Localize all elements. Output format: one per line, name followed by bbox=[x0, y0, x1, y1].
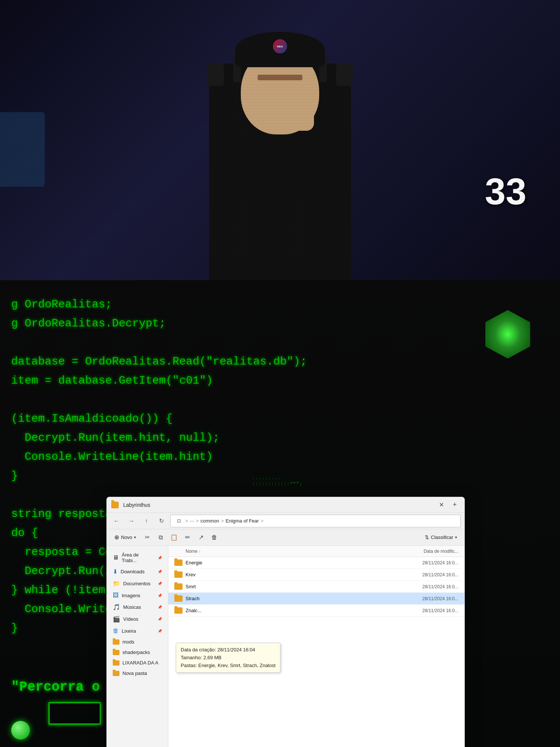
sort-icon: ⇅ bbox=[425, 534, 429, 540]
pin-icon: 📌 bbox=[158, 556, 162, 560]
sidebar-item-area-de-trabalho[interactable]: 🖥 Área de Trabi... 📌 bbox=[108, 550, 167, 565]
tooltip-size-val: 2,69 MB bbox=[203, 655, 221, 660]
code-section: g OrdoRealitas; g OrdoRealitas.Decrypt; … bbox=[0, 280, 560, 747]
tooltip-created: Data da criação: 28/11/2024 16:04 bbox=[181, 646, 276, 654]
file-tooltip: Data da criação: 28/11/2024 16:04 Tamanh… bbox=[176, 643, 280, 673]
plus-icon: ⊕ bbox=[114, 534, 119, 541]
person-silhouette: NBA bbox=[190, 11, 370, 280]
sidebar-item-downloads[interactable]: ⬇ Downloads 📌 bbox=[108, 566, 167, 577]
address-path[interactable]: ⊡ > ··· > common > Enigma of Fear > bbox=[170, 515, 461, 527]
close-button[interactable]: ✕ bbox=[436, 500, 447, 510]
sidebar-label: Downloads bbox=[121, 569, 144, 574]
sidebar-item-imagens[interactable]: 🖼 Imagens 📌 bbox=[108, 590, 167, 601]
file-name: Krev bbox=[186, 572, 396, 577]
tooltip-folders-val: Energie, Krev, Smrt, Strach, Znalost bbox=[198, 663, 276, 668]
sidebar-item-lixeira[interactable]: 🗑 Lixeira 📌 bbox=[108, 625, 167, 636]
refresh-button[interactable]: ↻ bbox=[155, 515, 167, 527]
share-button[interactable]: ↗ bbox=[195, 531, 207, 543]
path-common[interactable]: common bbox=[200, 518, 219, 524]
pin-icon: 📌 bbox=[158, 570, 162, 574]
new-label: Novo bbox=[121, 534, 132, 540]
sidebar-label: Área de Trabi... bbox=[122, 552, 155, 563]
desktop-icon: 🖥 bbox=[113, 554, 119, 561]
tooltip-folders-label: Pastas: bbox=[181, 663, 197, 668]
images-icon: 🖼 bbox=[113, 592, 119, 599]
cut-button[interactable]: ✂ bbox=[141, 531, 153, 543]
rename-button[interactable]: ✏ bbox=[181, 531, 193, 543]
up-button[interactable]: ↑ bbox=[140, 515, 152, 527]
view-button[interactable]: ⊡ bbox=[174, 517, 183, 526]
file-date: 28/11/2024 16:0... bbox=[399, 596, 458, 601]
sidebar-item-shaderpacks[interactable]: shaderpacks bbox=[108, 647, 167, 657]
sidebar-label: shaderpacks bbox=[122, 650, 150, 655]
column-name[interactable]: Nome ↑ bbox=[186, 549, 396, 554]
column-date[interactable]: Data de modific... bbox=[399, 549, 458, 554]
explorer-titlebar: Labyrinthus ✕ + bbox=[107, 497, 464, 513]
sidebar-item-documentos[interactable]: 📁 Documentos 📌 bbox=[108, 578, 167, 589]
file-date: 28/11/2024 16:0... bbox=[399, 572, 458, 577]
paste-button[interactable]: 📋 bbox=[168, 531, 180, 543]
tooltip-size-label: Tamanho: bbox=[181, 655, 202, 660]
tooltip-created-val: 28/11/2024 16:04 bbox=[217, 647, 255, 653]
decorative-dots: .........::::::::::::***; bbox=[252, 474, 302, 486]
folder-icon bbox=[113, 671, 119, 676]
file-row-smrt[interactable]: Smrt 28/11/2024 16:0... bbox=[168, 581, 464, 593]
sidebar-item-mods[interactable]: mods bbox=[108, 637, 167, 647]
file-name: Strach bbox=[186, 596, 396, 601]
nba-text: NBA bbox=[277, 45, 283, 48]
delete-button[interactable]: 🗑 bbox=[208, 531, 220, 543]
file-row-krev[interactable]: Krev 28/11/2024 16:0... bbox=[168, 569, 464, 581]
tooltip-size: Tamanho: 2,69 MB bbox=[181, 654, 276, 662]
sidebar-item-nova-pasta[interactable]: Nova pasta bbox=[108, 668, 167, 678]
sidebar-label: Imagens bbox=[122, 593, 140, 598]
sidebar-label: Lixeira bbox=[122, 628, 136, 634]
sidebar-label: mods bbox=[122, 639, 134, 645]
new-chevron-icon: ▾ bbox=[134, 535, 136, 539]
pin-icon: 📌 bbox=[158, 617, 162, 621]
path-enigma[interactable]: Enigma of Fear bbox=[225, 518, 259, 524]
file-date: 28/11/2024 16:0... bbox=[399, 608, 458, 613]
new-button[interactable]: ⊕ Novo ▾ bbox=[111, 531, 140, 543]
file-date: 28/11/2024 16:0... bbox=[399, 560, 458, 565]
copy-button[interactable]: ⧉ bbox=[155, 531, 167, 543]
folder-icon bbox=[174, 571, 183, 578]
explorer-title: Labyrinthus bbox=[123, 502, 433, 508]
path-separator: > bbox=[185, 518, 188, 524]
file-row-znalost[interactable]: Znalc... 28/11/2024 16:0... bbox=[168, 605, 464, 617]
path-sep3: > bbox=[221, 518, 224, 524]
webcam-section: NBA 33 bbox=[0, 0, 560, 280]
sidebar-item-musicas[interactable]: 🎵 Músicas 📌 bbox=[108, 601, 167, 613]
sidebar-label: Vídeos bbox=[123, 616, 138, 622]
file-explorer-window: Labyrinthus ✕ + ← → ↑ ↻ ⊡ > ··· > common… bbox=[106, 497, 465, 747]
tooltip-created-label: Data da criação: bbox=[181, 647, 216, 653]
pin-icon: 📌 bbox=[158, 582, 162, 586]
docs-icon: 📁 bbox=[113, 580, 120, 587]
file-name: Smrt bbox=[186, 584, 396, 589]
titlebar-folder-icon bbox=[111, 502, 119, 508]
pin-icon: 📌 bbox=[158, 593, 162, 598]
shelf-decoration bbox=[0, 112, 45, 187]
sidebar-item-lixarada[interactable]: LIXARADA DA A bbox=[108, 658, 167, 668]
folder-icon bbox=[113, 660, 119, 666]
file-date: 28/11/2024 16:0... bbox=[399, 584, 458, 589]
sort-button[interactable]: ⇅ Classificar ▾ bbox=[421, 531, 461, 543]
file-row-energie[interactable]: Energie 28/11/2024 16:0... bbox=[168, 557, 464, 569]
path-more[interactable]: ··· bbox=[190, 518, 194, 524]
sort-asc-icon: ↑ bbox=[199, 549, 201, 554]
explorer-toolbar: ⊕ Novo ▾ ✂ ⧉ 📋 ✏ ↗ 🗑 ⇅ Classificar ▾ bbox=[107, 529, 464, 546]
file-name: Energie bbox=[186, 560, 396, 565]
nba-logo: NBA bbox=[273, 39, 287, 53]
pin-icon: 📌 bbox=[158, 605, 162, 609]
streamer-number: 33 bbox=[485, 170, 526, 213]
explorer-addressbar: ← → ↑ ↻ ⊡ > ··· > common > Enigma of Fea… bbox=[107, 513, 464, 529]
folder-icon bbox=[174, 595, 183, 602]
sidebar-item-videos[interactable]: 🎬 Vídeos 📌 bbox=[108, 613, 167, 625]
green-emblem bbox=[485, 310, 530, 359]
pin-icon: 📌 bbox=[158, 629, 162, 633]
back-button[interactable]: ← bbox=[111, 515, 122, 527]
new-tab-button[interactable]: + bbox=[449, 500, 460, 510]
sort-chevron-icon: ▾ bbox=[455, 535, 457, 539]
music-icon: 🎵 bbox=[113, 604, 120, 611]
file-row-strach[interactable]: Strach 28/11/2024 16:0... bbox=[168, 593, 464, 605]
forward-button[interactable]: → bbox=[125, 515, 137, 527]
